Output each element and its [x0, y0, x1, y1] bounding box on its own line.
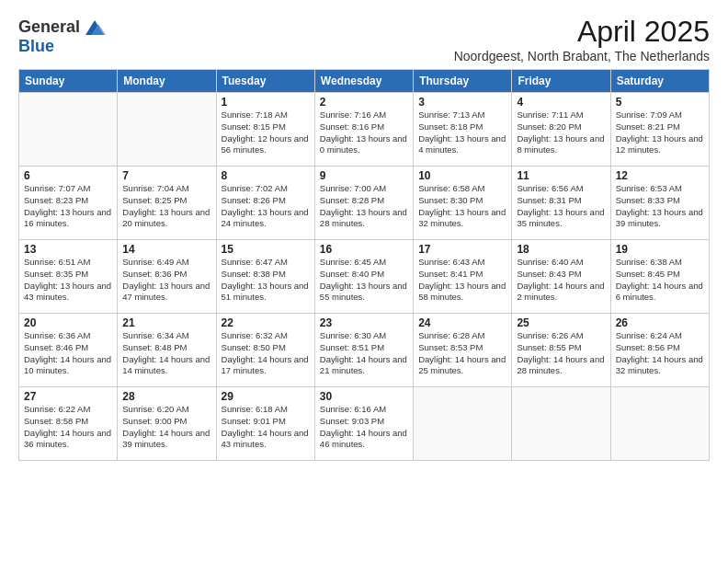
day-number: 8: [222, 169, 310, 182]
col-wednesday: Wednesday: [314, 70, 413, 93]
calendar-cell: 3Sunrise: 7:13 AM Sunset: 8:18 PM Daylig…: [414, 93, 512, 167]
title-block: April 2025 Noordgeest, North Brabant, Th…: [454, 15, 710, 63]
day-info: Sunrise: 7:09 AM Sunset: 8:21 PM Dayligh…: [616, 109, 704, 156]
day-info: Sunrise: 7:04 AM Sunset: 8:25 PM Dayligh…: [122, 183, 210, 230]
day-info: Sunrise: 6:43 AM Sunset: 8:41 PM Dayligh…: [418, 257, 506, 304]
day-number: 11: [517, 169, 605, 182]
calendar-cell: 29Sunrise: 6:18 AM Sunset: 9:01 PM Dayli…: [216, 387, 314, 461]
day-info: Sunrise: 6:16 AM Sunset: 9:03 PM Dayligh…: [320, 404, 408, 451]
col-tuesday: Tuesday: [216, 70, 314, 93]
calendar-cell: [414, 387, 512, 461]
day-number: 20: [24, 316, 112, 329]
calendar-week-3: 13Sunrise: 6:51 AM Sunset: 8:35 PM Dayli…: [19, 240, 710, 314]
calendar-week-1: 1Sunrise: 7:18 AM Sunset: 8:15 PM Daylig…: [19, 93, 710, 167]
calendar-cell: 28Sunrise: 6:20 AM Sunset: 9:00 PM Dayli…: [118, 387, 216, 461]
calendar-cell: 9Sunrise: 7:00 AM Sunset: 8:28 PM Daylig…: [314, 167, 413, 240]
calendar-cell: 20Sunrise: 6:36 AM Sunset: 8:46 PM Dayli…: [19, 314, 118, 387]
calendar-cell: 8Sunrise: 7:02 AM Sunset: 8:26 PM Daylig…: [216, 167, 314, 240]
day-number: 12: [616, 169, 704, 182]
calendar-cell: 12Sunrise: 6:53 AM Sunset: 8:33 PM Dayli…: [610, 167, 709, 240]
day-info: Sunrise: 7:07 AM Sunset: 8:23 PM Dayligh…: [24, 183, 112, 230]
calendar-cell: 19Sunrise: 6:38 AM Sunset: 8:45 PM Dayli…: [610, 240, 709, 314]
day-number: 1: [222, 96, 310, 109]
calendar-cell: 10Sunrise: 6:58 AM Sunset: 8:30 PM Dayli…: [414, 167, 512, 240]
calendar-cell: 6Sunrise: 7:07 AM Sunset: 8:23 PM Daylig…: [19, 167, 118, 240]
page: General Blue April 2025 Noordgeest, Nort…: [0, 0, 728, 563]
day-number: 22: [222, 316, 310, 329]
logo-blue: Blue: [18, 37, 54, 56]
day-info: Sunrise: 7:02 AM Sunset: 8:26 PM Dayligh…: [222, 183, 310, 230]
day-number: 17: [418, 243, 506, 256]
day-number: 19: [616, 243, 704, 256]
day-number: 7: [122, 169, 210, 182]
header: General Blue April 2025 Noordgeest, Nort…: [18, 15, 710, 63]
day-info: Sunrise: 6:51 AM Sunset: 8:35 PM Dayligh…: [24, 257, 112, 304]
col-saturday: Saturday: [610, 70, 709, 93]
day-info: Sunrise: 7:00 AM Sunset: 8:28 PM Dayligh…: [320, 183, 408, 230]
calendar-cell: 23Sunrise: 6:30 AM Sunset: 8:51 PM Dayli…: [314, 314, 413, 387]
col-monday: Monday: [118, 70, 216, 93]
day-info: Sunrise: 6:56 AM Sunset: 8:31 PM Dayligh…: [517, 183, 605, 230]
day-number: 26: [616, 316, 704, 329]
day-number: 27: [24, 390, 112, 403]
day-info: Sunrise: 6:58 AM Sunset: 8:30 PM Dayligh…: [418, 183, 506, 230]
day-number: 6: [24, 169, 112, 182]
day-number: 15: [222, 243, 310, 256]
calendar-cell: [118, 93, 216, 167]
day-number: 13: [24, 243, 112, 256]
day-number: 3: [418, 96, 506, 109]
calendar-header-row: Sunday Monday Tuesday Wednesday Thursday…: [19, 70, 710, 93]
day-number: 2: [320, 96, 408, 109]
calendar-cell: 25Sunrise: 6:26 AM Sunset: 8:55 PM Dayli…: [512, 314, 610, 387]
col-sunday: Sunday: [19, 70, 118, 93]
day-number: 29: [222, 390, 310, 403]
calendar-cell: 22Sunrise: 6:32 AM Sunset: 8:50 PM Dayli…: [216, 314, 314, 387]
day-info: Sunrise: 6:34 AM Sunset: 8:48 PM Dayligh…: [122, 330, 210, 377]
day-number: 23: [320, 316, 408, 329]
calendar-week-2: 6Sunrise: 7:07 AM Sunset: 8:23 PM Daylig…: [19, 167, 710, 240]
calendar-cell: 16Sunrise: 6:45 AM Sunset: 8:40 PM Dayli…: [314, 240, 413, 314]
calendar-cell: 14Sunrise: 6:49 AM Sunset: 8:36 PM Dayli…: [118, 240, 216, 314]
main-title: April 2025: [454, 15, 710, 49]
day-info: Sunrise: 6:18 AM Sunset: 9:01 PM Dayligh…: [222, 404, 310, 451]
day-info: Sunrise: 6:53 AM Sunset: 8:33 PM Dayligh…: [616, 183, 704, 230]
calendar-cell: 18Sunrise: 6:40 AM Sunset: 8:43 PM Dayli…: [512, 240, 610, 314]
day-info: Sunrise: 6:24 AM Sunset: 8:56 PM Dayligh…: [616, 330, 704, 377]
day-info: Sunrise: 6:40 AM Sunset: 8:43 PM Dayligh…: [517, 257, 605, 304]
calendar-cell: 4Sunrise: 7:11 AM Sunset: 8:20 PM Daylig…: [512, 93, 610, 167]
day-number: 5: [616, 96, 704, 109]
col-friday: Friday: [512, 70, 610, 93]
day-info: Sunrise: 6:45 AM Sunset: 8:40 PM Dayligh…: [320, 257, 408, 304]
calendar-cell: 11Sunrise: 6:56 AM Sunset: 8:31 PM Dayli…: [512, 167, 610, 240]
calendar-cell: 5Sunrise: 7:09 AM Sunset: 8:21 PM Daylig…: [610, 93, 709, 167]
day-info: Sunrise: 6:47 AM Sunset: 8:38 PM Dayligh…: [222, 257, 310, 304]
calendar-week-4: 20Sunrise: 6:36 AM Sunset: 8:46 PM Dayli…: [19, 314, 710, 387]
day-info: Sunrise: 6:32 AM Sunset: 8:50 PM Dayligh…: [222, 330, 310, 377]
calendar-cell: 2Sunrise: 7:16 AM Sunset: 8:16 PM Daylig…: [314, 93, 413, 167]
calendar-cell: [19, 93, 118, 167]
day-number: 9: [320, 169, 408, 182]
calendar-cell: 27Sunrise: 6:22 AM Sunset: 8:58 PM Dayli…: [19, 387, 118, 461]
day-info: Sunrise: 6:20 AM Sunset: 9:00 PM Dayligh…: [122, 404, 210, 451]
day-number: 16: [320, 243, 408, 256]
day-number: 24: [418, 316, 506, 329]
calendar-cell: 21Sunrise: 6:34 AM Sunset: 8:48 PM Dayli…: [118, 314, 216, 387]
day-info: Sunrise: 6:22 AM Sunset: 8:58 PM Dayligh…: [24, 404, 112, 451]
col-thursday: Thursday: [414, 70, 512, 93]
day-info: Sunrise: 6:49 AM Sunset: 8:36 PM Dayligh…: [122, 257, 210, 304]
day-info: Sunrise: 7:18 AM Sunset: 8:15 PM Dayligh…: [222, 109, 310, 156]
calendar-cell: 30Sunrise: 6:16 AM Sunset: 9:03 PM Dayli…: [314, 387, 413, 461]
calendar-cell: 15Sunrise: 6:47 AM Sunset: 8:38 PM Dayli…: [216, 240, 314, 314]
day-number: 25: [517, 316, 605, 329]
calendar-cell: 7Sunrise: 7:04 AM Sunset: 8:25 PM Daylig…: [118, 167, 216, 240]
calendar-week-5: 27Sunrise: 6:22 AM Sunset: 8:58 PM Dayli…: [19, 387, 710, 461]
calendar-cell: [512, 387, 610, 461]
day-info: Sunrise: 6:26 AM Sunset: 8:55 PM Dayligh…: [517, 330, 605, 377]
subtitle: Noordgeest, North Brabant, The Netherlan…: [454, 49, 710, 63]
calendar-cell: 24Sunrise: 6:28 AM Sunset: 8:53 PM Dayli…: [414, 314, 512, 387]
calendar-cell: 26Sunrise: 6:24 AM Sunset: 8:56 PM Dayli…: [610, 314, 709, 387]
day-number: 4: [517, 96, 605, 109]
day-info: Sunrise: 6:30 AM Sunset: 8:51 PM Dayligh…: [320, 330, 408, 377]
day-info: Sunrise: 6:36 AM Sunset: 8:46 PM Dayligh…: [24, 330, 112, 377]
day-number: 14: [122, 243, 210, 256]
